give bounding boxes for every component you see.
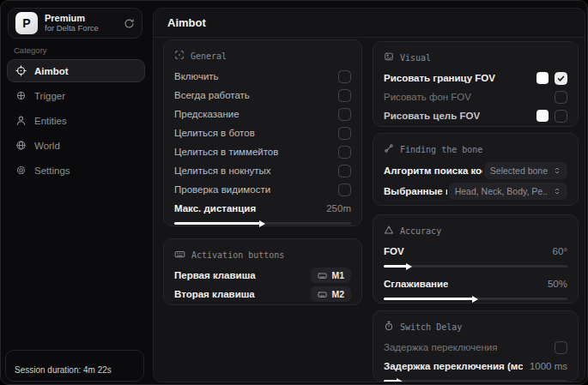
- keyboard-icon: [174, 249, 185, 262]
- setting-row: Целиться в ботов: [174, 123, 351, 142]
- checkbox[interactable]: [338, 127, 351, 140]
- setting-label: Вторая клавиша: [174, 289, 255, 299]
- sidebar-nav: Aimbot Trigger Entities World Settings: [7, 59, 145, 183]
- checkbox[interactable]: [338, 89, 351, 102]
- dropdown-row: Выбранные кос Head, Neck, Body, Pe..: [384, 181, 567, 202]
- setting-label: Целиться в тиммейтов: [174, 147, 278, 157]
- checkbox[interactable]: [555, 341, 567, 354]
- switch-delay-card: Switch Delay Задержка переключения Задер…: [373, 310, 579, 382]
- setting-label: Задержка переключения: [384, 342, 497, 352]
- keyboard-icon: [318, 271, 327, 280]
- setting-label: Целиться в нокнутых: [174, 165, 271, 176]
- entities-icon: [15, 115, 27, 126]
- checkbox[interactable]: [555, 110, 567, 123]
- category-label: Category: [14, 45, 47, 55]
- setting-row: Проверка видимости: [174, 180, 351, 199]
- checkbox[interactable]: [338, 108, 351, 121]
- setting-label: Рисовать фон FOV: [384, 92, 471, 102]
- setting-row: Предсказание: [174, 105, 351, 123]
- sidebar-item-label: Aimbot: [34, 66, 69, 76]
- checkbox[interactable]: [338, 183, 351, 196]
- slider-thumb[interactable]: [472, 296, 478, 303]
- selected-bones-dropdown[interactable]: Head, Neck, Body, Pe..: [449, 183, 567, 200]
- sidebar-item-entities[interactable]: Entities: [7, 109, 145, 132]
- switch-delay-slider[interactable]: [384, 380, 567, 382]
- bone-icon: [384, 143, 394, 155]
- bone-algorithm-dropdown[interactable]: Selected bone: [484, 162, 567, 179]
- keybind-button-2[interactable]: M2: [311, 286, 351, 302]
- scan-icon: [174, 50, 185, 62]
- setting-label: Включить: [174, 71, 219, 81]
- dropdown-value: Head, Neck, Body, Pe..: [455, 186, 548, 196]
- sidebar-item-aimbot[interactable]: Aimbot: [7, 59, 145, 82]
- chevron-updown-icon: [553, 187, 561, 196]
- triangle-icon: [384, 225, 394, 237]
- slider-label-row: Задержка переключения (мс) 1000 ms: [384, 357, 567, 376]
- bone-card-header: Finding the bone: [384, 141, 567, 157]
- checkbox[interactable]: [555, 91, 567, 104]
- setting-row: Задержка переключения: [384, 338, 567, 357]
- setting-label: Первая клавиша: [174, 270, 256, 280]
- checkbox[interactable]: [555, 72, 567, 85]
- activation-card: Activation buttons Первая клавиша M1 Вто…: [163, 238, 362, 305]
- sidebar-item-label: Trigger: [34, 91, 65, 101]
- checkbox[interactable]: [338, 165, 351, 177]
- setting-row: Рисовать цель FOV: [384, 106, 567, 125]
- checkbox[interactable]: [338, 70, 351, 83]
- session-duration-card: Session duration: 4m 22s: [5, 350, 144, 382]
- session-duration-text: Session duration: 4m 22s: [15, 365, 112, 375]
- keybind-row: Первая клавиша M1: [174, 266, 351, 285]
- smoothing-slider[interactable]: [384, 298, 567, 300]
- slider-thumb[interactable]: [406, 263, 412, 270]
- keyboard-icon: [318, 290, 327, 299]
- trigger-icon: [15, 90, 27, 101]
- image-icon: [384, 51, 394, 63]
- general-card: General Включить Всегда работать Предска…: [163, 39, 362, 226]
- refresh-icon[interactable]: [124, 18, 135, 29]
- max-distance-slider[interactable]: [174, 222, 351, 225]
- section-title: Visual: [400, 53, 431, 63]
- section-title: General: [191, 51, 227, 61]
- color-swatch[interactable]: [536, 110, 549, 122]
- globe-icon: [15, 140, 27, 151]
- sidebar-item-world[interactable]: World: [7, 134, 145, 157]
- fov-slider[interactable]: [384, 265, 567, 268]
- section-title: Activation buttons: [191, 250, 284, 260]
- setting-row: Рисовать фон FOV: [384, 87, 567, 106]
- visual-card-header: Visual: [384, 50, 567, 65]
- visual-card: Visual Рисовать границу FOV Рисовать фон…: [373, 41, 579, 127]
- gear-icon: [15, 165, 27, 176]
- setting-label: Предсказание: [174, 109, 239, 119]
- setting-row: Всегда работать: [174, 86, 351, 105]
- accuracy-card: Accuracy FOV 60° Сглаживание 50%: [373, 214, 579, 304]
- sidebar-item-label: Settings: [34, 165, 70, 176]
- slider-label-row: Сглаживание 50%: [384, 274, 567, 293]
- dropdown-row: Алгоритм поиска кост Selected bone: [384, 160, 567, 181]
- keybind-value: M2: [331, 289, 344, 299]
- checkbox[interactable]: [338, 146, 351, 159]
- dropdown-value: Selected bone: [490, 165, 548, 176]
- keybind-button-1[interactable]: M1: [311, 268, 351, 283]
- setting-label: Выбранные кос: [384, 186, 447, 196]
- sidebar-item-label: Entities: [34, 116, 67, 126]
- brand-logo: P: [15, 12, 38, 34]
- slider-thumb[interactable]: [259, 220, 265, 227]
- setting-label: Всегда работать: [174, 90, 250, 100]
- sidebar-item-settings[interactable]: Settings: [7, 159, 145, 182]
- app-window: P Premium for Delta Force Category Aimbo…: [0, 0, 588, 385]
- color-swatch[interactable]: [536, 72, 549, 84]
- sidebar-item-trigger[interactable]: Trigger: [7, 84, 145, 107]
- setting-label: Алгоритм поиска кост: [384, 165, 482, 176]
- brand-text: Premium for Delta Force: [45, 13, 124, 33]
- brand-card: P Premium for Delta Force: [8, 8, 142, 39]
- keybind-row: Вторая клавиша M2: [174, 285, 351, 304]
- setting-label: Рисовать цель FOV: [384, 111, 480, 121]
- slider-thumb[interactable]: [397, 378, 403, 383]
- stopwatch-icon: [384, 321, 394, 333]
- chevron-updown-icon: [553, 166, 561, 175]
- accuracy-card-header: Accuracy: [384, 223, 567, 238]
- slider-value: 1000 ms: [530, 361, 567, 371]
- setting-label: Макс. дистанция: [174, 203, 256, 214]
- section-title: Accuracy: [400, 226, 441, 236]
- setting-label: Рисовать границу FOV: [384, 73, 495, 83]
